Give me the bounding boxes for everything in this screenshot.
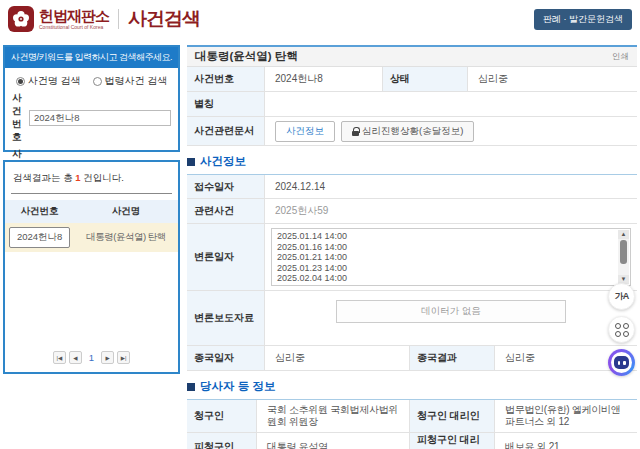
value-related-case[interactable]: 2025헌사59 xyxy=(265,199,637,223)
table-row: 변론보도자료 데이터가 없음 xyxy=(187,291,637,346)
table-row: 별칭 xyxy=(187,92,637,117)
case-title: 대통령(윤석열) 탄핵 xyxy=(195,49,298,64)
section-case-info: 사건정보 xyxy=(187,154,637,169)
case-number-label: 사건번호 xyxy=(12,92,29,144)
label-hearing-dates: 변론일자 xyxy=(187,224,265,290)
radio-selected-icon[interactable] xyxy=(16,77,25,86)
section-bullet-icon xyxy=(187,383,195,391)
translate-icon[interactable]: 가A xyxy=(608,283,635,310)
table-row: 청구인 국회 소추위원 국회법제사법위원회 위원장 청구인 대리인 법무법인(유… xyxy=(187,399,637,433)
value-respondent: 대통령 윤석열 xyxy=(257,433,410,449)
header-divider xyxy=(118,9,119,29)
value-receipt-date: 2024.12.14 xyxy=(265,175,637,198)
scrollbar-thumb[interactable] xyxy=(620,240,627,264)
result-case-name[interactable]: 대통령(윤석열) 탄핵 xyxy=(74,231,178,244)
bot-face xyxy=(611,352,632,373)
col-case-number: 사건번호 xyxy=(5,205,74,218)
radio-case-name-label: 사건명 검색 xyxy=(28,74,81,88)
hearing-date: 2025.01.14 14:00 xyxy=(277,231,611,242)
apps-grid-icon[interactable] xyxy=(608,316,635,343)
search-type-radios: 사건명 검색 법령사건 검색 xyxy=(5,74,178,88)
results-table-header: 사건번호 사건명 xyxy=(5,200,178,223)
table-row: 변론일자 2025.01.14 14:00 2025.01.16 14:00 2… xyxy=(187,224,637,291)
progress-doc-label: 심리진행상황(송달정보) xyxy=(362,125,463,138)
search-panel: 사건명/키워드를 입력하시고 검색해주세요. 사건명 검색 법령사건 검색 사건… xyxy=(3,45,180,152)
label-final-date: 종국일자 xyxy=(187,346,265,370)
value-final-date: 심리중 xyxy=(265,346,410,370)
result-row[interactable]: 2024헌나8 대통령(윤석열) 탄핵 xyxy=(5,223,178,252)
logo[interactable]: 헌법재판소 Constitutional Court of Korea 사건검색 xyxy=(8,6,200,32)
page-last-button[interactable]: ▶| xyxy=(117,351,130,364)
court-emblem-icon xyxy=(8,6,34,32)
label-alias: 별칭 xyxy=(187,92,265,116)
case-number-input[interactable] xyxy=(29,110,171,126)
radio-case-name-search[interactable]: 사건명 검색 xyxy=(16,74,81,88)
summary-prefix: 검색결과는 총 xyxy=(13,172,75,183)
page-prev-button[interactable]: ◀ xyxy=(69,351,82,364)
logo-subtitle: Constitutional Court of Korea xyxy=(39,25,109,30)
progress-doc-button[interactable]: 심리진행상황(송달정보) xyxy=(341,121,474,142)
no-data-button[interactable]: 데이터가 없음 xyxy=(336,300,566,323)
case-title-bar: 대통령(윤석열) 탄핵 인쇄 xyxy=(187,45,637,67)
value-case-number: 2024헌나8 xyxy=(265,67,383,91)
results-divider xyxy=(11,193,172,194)
value-claimant-rep: 법무법인(유한) 엘케이비앤파트너스 외 12 xyxy=(495,400,637,432)
radio-unselected-icon[interactable] xyxy=(93,77,102,86)
table-row: 접수일자 2024.12.14 xyxy=(187,174,637,199)
label-press-material: 변론보도자료 xyxy=(187,291,265,345)
label-respondent-rep: 피청구인 대리인 xyxy=(410,433,495,449)
app-header: 헌법재판소 Constitutional Court of Korea 사건검색… xyxy=(0,0,640,40)
page-first-button[interactable]: |◀ xyxy=(53,351,66,364)
section-party-info: 당사자 등 정보 xyxy=(187,379,637,394)
label-status: 상태 xyxy=(383,67,468,91)
radio-statute-label: 법령사건 검색 xyxy=(105,74,168,88)
table-row: 관련사건 2025헌사59 xyxy=(187,199,637,224)
hearing-date: 2025.01.16 14:00 xyxy=(277,242,611,253)
page-number[interactable]: 1 xyxy=(89,352,94,363)
label-claimant: 청구인 xyxy=(187,400,257,432)
logo-title: 헌법재판소 xyxy=(39,8,109,23)
case-detail-panel: 대통령(윤석열) 탄핵 인쇄 사건번호 2024헌나8 상태 심리중 별칭 사건… xyxy=(187,45,637,449)
label-receipt-date: 접수일자 xyxy=(187,175,265,198)
scrollbar[interactable]: ▲ ▼ xyxy=(618,230,629,284)
section-case-info-title: 사건정보 xyxy=(200,154,246,169)
table-row: 종국일자 심리중 종국결과 심리중 xyxy=(187,346,637,371)
table-row: 피청구인 대통령 윤석열 피청구인 대리인 배보윤 외 21 xyxy=(187,433,637,449)
label-related-docs: 사건관련문서 xyxy=(187,117,265,145)
search-panel-header: 사건명/키워드를 입력하시고 검색해주세요. xyxy=(5,47,178,68)
label-respondent: 피청구인 xyxy=(187,433,257,449)
section-bullet-icon xyxy=(187,158,195,166)
table-row: 사건번호 2024헌나8 상태 심리중 xyxy=(187,67,637,92)
radio-statute-search[interactable]: 법령사건 검색 xyxy=(93,74,168,88)
results-panel: 검색결과는 총 1 건입니다. 사건번호 사건명 2024헌나8 대통령(윤석열… xyxy=(3,160,180,374)
table-row: 사건관련문서 사건정보 심리진행상황(송달정보) xyxy=(187,117,637,146)
hearing-date: 2025.01.23 14:00 xyxy=(277,263,611,274)
label-final-result: 종국결과 xyxy=(410,346,495,370)
result-case-number-button[interactable]: 2024헌나8 xyxy=(9,227,70,248)
value-alias xyxy=(265,92,637,116)
col-case-name: 사건명 xyxy=(74,205,178,218)
label-case-number: 사건번호 xyxy=(187,67,265,91)
label-claimant-rep: 청구인 대리인 xyxy=(410,400,495,432)
translate-glyph: 가A xyxy=(615,290,629,303)
scroll-up-icon[interactable]: ▲ xyxy=(618,230,629,239)
hearing-date: 2025.02.04 14:00 xyxy=(277,273,611,284)
hearing-date: 2025.02.06 10:00 xyxy=(277,284,611,287)
summary-suffix: 건입니다. xyxy=(81,172,124,183)
lock-icon xyxy=(352,127,359,136)
precedent-search-button[interactable]: 판례 · 발간문헌검색 xyxy=(534,9,632,30)
value-respondent-rep: 배보윤 외 21 xyxy=(495,433,637,449)
pagination: |◀ ◀ 1 ▶ ▶| xyxy=(5,351,178,364)
hearing-dates-list[interactable]: 2025.01.14 14:00 2025.01.16 14:00 2025.0… xyxy=(271,228,631,286)
assistant-bot-icon[interactable] xyxy=(608,349,635,376)
label-related-case: 관련사건 xyxy=(187,199,265,223)
hearing-date: 2025.01.21 14:00 xyxy=(277,252,611,263)
grid-glyph xyxy=(615,323,629,337)
case-info-doc-button[interactable]: 사건정보 xyxy=(275,121,335,142)
page-next-button[interactable]: ▶ xyxy=(101,351,114,364)
page-title: 사건검색 xyxy=(128,6,200,32)
floating-buttons: 가A xyxy=(608,283,635,376)
value-claimant: 국회 소추위원 국회법제사법위원회 위원장 xyxy=(257,400,410,432)
print-link[interactable]: 인쇄 xyxy=(612,51,629,63)
results-summary: 검색결과는 총 1 건입니다. xyxy=(13,172,170,185)
